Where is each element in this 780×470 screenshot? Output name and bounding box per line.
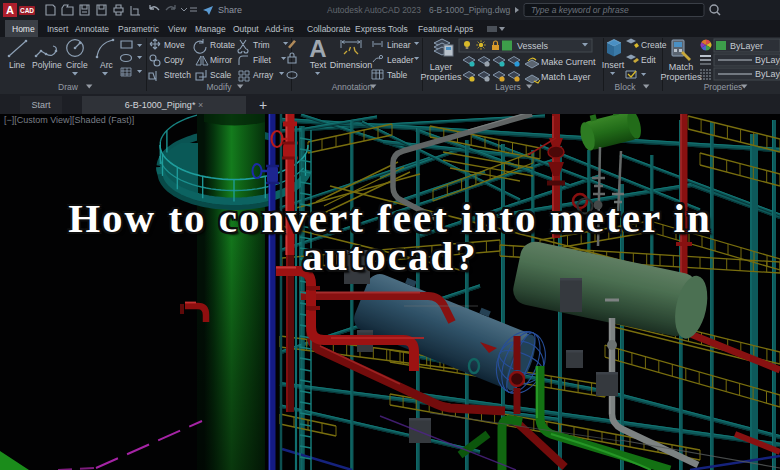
svg-text:Autodesk AutoCAD 2023: Autodesk AutoCAD 2023: [327, 5, 421, 15]
svg-text:Dimension: Dimension: [330, 60, 373, 70]
svg-text:Fillet: Fillet: [253, 55, 272, 65]
svg-text:Properties: Properties: [420, 72, 462, 82]
svg-text:6-B-1000_Piping.dwg: 6-B-1000_Piping.dwg: [429, 5, 511, 15]
svg-text:Make Current: Make Current: [541, 57, 596, 67]
svg-text:Copy: Copy: [164, 55, 185, 65]
svg-text:Mirror: Mirror: [210, 55, 232, 65]
svg-text:Block: Block: [615, 82, 637, 92]
svg-text:Array: Array: [253, 70, 274, 80]
svg-text:CAD: CAD: [20, 7, 34, 14]
svg-text:Create: Create: [641, 40, 667, 50]
svg-text:ByLayer: ByLayer: [730, 41, 763, 51]
svg-text:Linear: Linear: [387, 40, 411, 50]
svg-text:A: A: [309, 37, 326, 62]
svg-text:Type a keyword or phrase: Type a keyword or phrase: [531, 5, 629, 15]
svg-text:ByLay: ByLay: [755, 55, 780, 65]
svg-text:Polyline: Polyline: [32, 60, 62, 70]
svg-text:Stretch: Stretch: [164, 70, 191, 80]
svg-text:Table: Table: [387, 70, 408, 80]
svg-text:Text: Text: [310, 60, 327, 70]
svg-text:Rotate: Rotate: [210, 40, 235, 50]
svg-text:Insert: Insert: [602, 60, 625, 70]
svg-text:ByLay: ByLay: [755, 69, 780, 79]
svg-text:Move: Move: [164, 40, 185, 50]
svg-text:Modify: Modify: [206, 82, 232, 92]
svg-text:Properties: Properties: [660, 72, 702, 82]
svg-text:Circle: Circle: [66, 60, 88, 70]
svg-text:A: A: [6, 4, 14, 16]
svg-text:Layers: Layers: [495, 82, 521, 92]
svg-text:Match: Match: [669, 62, 694, 72]
svg-text:Vessels: Vessels: [517, 41, 549, 51]
svg-text:Share: Share: [218, 5, 242, 15]
svg-text:Leader: Leader: [387, 55, 414, 65]
svg-text:Match Layer: Match Layer: [541, 72, 591, 82]
svg-text:Arc: Arc: [100, 60, 114, 70]
svg-text:Draw: Draw: [58, 82, 79, 92]
svg-text:Trim: Trim: [253, 40, 270, 50]
svg-text:Line: Line: [9, 60, 25, 70]
svg-text:Edit: Edit: [641, 55, 656, 65]
svg-text:Annotation: Annotation: [332, 82, 373, 92]
svg-text:Layer: Layer: [430, 62, 453, 72]
svg-text:Scale: Scale: [210, 70, 232, 80]
svg-text:Properties: Properties: [704, 82, 743, 92]
